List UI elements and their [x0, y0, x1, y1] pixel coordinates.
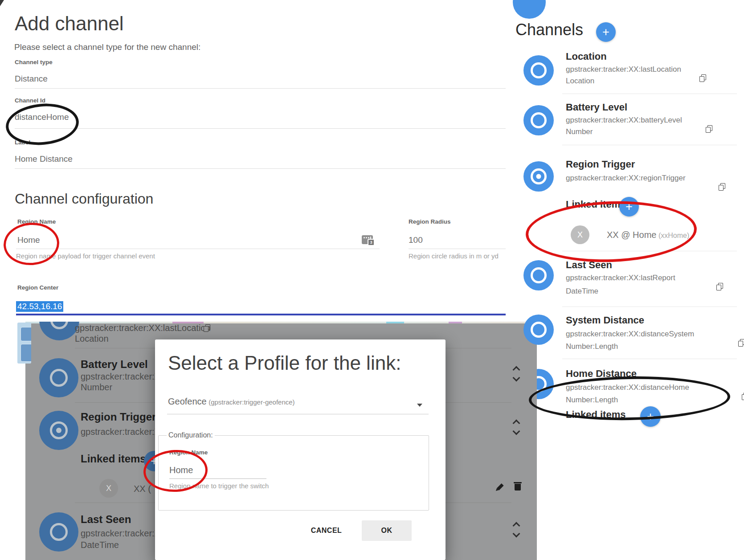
channel-name: System Distance	[566, 315, 644, 326]
label-input[interactable]: Home Distance	[15, 154, 73, 164]
region-center-input[interactable]: 42.53,16.16	[16, 301, 63, 312]
annotation-black-ellipse-distance-home	[528, 375, 731, 422]
add-channel-button[interactable]: +	[596, 22, 616, 42]
channel-kind-icon	[523, 161, 554, 192]
add-linked-item-button[interactable]: +	[619, 197, 639, 217]
channel-uid: gpstracker:tracker:XX:lastLocation	[566, 65, 681, 74]
channel-kind-icon	[523, 260, 554, 290]
channel-kind-icon-dim	[39, 358, 78, 397]
dialog-title: Select a Profile for the link:	[168, 352, 435, 374]
linked-items-label: Linked items	[566, 409, 625, 421]
channel-uid: gpstracker:tracker:XX:batteryLevel	[566, 116, 682, 125]
channel-name: Location	[566, 51, 607, 62]
channel-type: Location	[566, 77, 594, 86]
channel-type: DateTime	[566, 287, 598, 296]
channel-type: Number:Length	[566, 396, 618, 405]
linked-item-avatar: X	[571, 225, 589, 244]
channel-uid-dim: gpstracker:tracker:XX:batteryLevel	[81, 372, 155, 382]
chevron-down-icon[interactable]	[417, 404, 422, 407]
channel-name: Battery Level	[566, 102, 627, 113]
channel-name: Last Seen	[566, 259, 612, 271]
profile-select-underline	[167, 414, 429, 414]
region-name-underline	[16, 249, 380, 249]
channel-id-label: Channel Id	[15, 97, 45, 104]
region-radius-input[interactable]: 100	[409, 235, 423, 245]
region-radius-hint: Region circle radius in m or yd	[409, 252, 499, 260]
modal-region-name-label: Region Name	[169, 449, 208, 456]
label-underline	[15, 168, 506, 169]
region-radius-underline	[409, 249, 506, 249]
cancel-button[interactable]: CANCEL	[301, 522, 352, 540]
channel-uid: gpstracker:tracker:XX:distanceSystem	[566, 330, 694, 339]
channel-type-underline	[15, 88, 506, 89]
channel-kind-icon-dim	[39, 411, 78, 450]
divider	[562, 251, 737, 251]
screenshot-root: Add channel Please select a channel type…	[0, 0, 744, 560]
map-control-fragment	[17, 323, 31, 364]
intro-text: Please select a channel type for the new…	[14, 42, 200, 52]
channel-type-label: Channel type	[15, 59, 53, 65]
region-center-label: Region Center	[17, 284, 58, 291]
corner-artifact	[0, 0, 4, 6]
channel-type: Number:Length	[566, 342, 618, 351]
linked-items-label: Linked items	[566, 199, 625, 210]
profile-select[interactable]: Geofence (gpstracker:trigger-geofence)	[168, 396, 295, 407]
channel-uid-dim: gpstracker:tracker:XX:lastReport	[81, 528, 155, 539]
channel-type-dim: DateTime	[81, 540, 119, 550]
copy-icon[interactable]	[706, 125, 712, 132]
region-radius-label: Region Radius	[409, 218, 451, 225]
linked-item-row[interactable]: XX @ Home (xxHome)	[607, 230, 689, 240]
divider	[562, 307, 737, 307]
ok-button[interactable]: OK	[362, 520, 412, 541]
section-title: Channel configuration	[15, 191, 153, 207]
copy-icon[interactable]	[699, 74, 706, 82]
channel-kind-icon	[523, 105, 554, 135]
channel-uid: gpstracker:tracker:XX:regionTrigger	[566, 174, 686, 183]
region-center-focus-underline	[16, 314, 506, 315]
linked-item-text-dim: XX (	[134, 484, 151, 494]
region-name-input[interactable]: Home	[17, 235, 40, 245]
channel-name: Home Distance	[566, 368, 637, 380]
copy-icon[interactable]	[719, 183, 725, 190]
configuration-fieldset: Configuration: Region Name Home Region n…	[158, 431, 429, 511]
keyboard-input-icon[interactable]: 3	[362, 235, 373, 244]
channel-uid-dim: gpstracker:tracker:XX:lastLocation	[75, 323, 211, 333]
channel-kind-icon-dim	[39, 512, 78, 552]
channel-id-underline	[15, 128, 506, 129]
divider	[562, 359, 737, 359]
modal-region-name-underline	[169, 478, 266, 479]
channel-type-value[interactable]: Distance	[15, 74, 48, 84]
copy-icon[interactable]	[716, 283, 723, 290]
region-name-hint: Region name payload for trigger channel …	[16, 252, 155, 260]
modal-region-name-hint: Region name to trigger the switch	[169, 482, 269, 490]
configuration-legend: Configuration:	[167, 431, 215, 439]
channel-name-dim: Last Seen	[81, 513, 131, 526]
partial-avatar-circle	[513, 0, 546, 19]
linked-item-avatar-dim: X	[99, 479, 118, 498]
channel-name-dim: Region Trigger	[81, 411, 155, 423]
modal-region-name-input[interactable]: Home	[169, 465, 193, 475]
channel-id-input[interactable]: distanceHome	[15, 112, 69, 122]
channel-uid-dim: gpstracker:tracker:XX:regionTrigger	[81, 427, 155, 437]
channel-name-dim: Battery Level	[81, 358, 148, 371]
channel-type: Number	[566, 127, 593, 136]
region-name-label: Region Name	[17, 218, 56, 225]
copy-icon[interactable]	[738, 339, 744, 346]
label-label: Label	[15, 139, 30, 146]
channel-kind-icon	[523, 55, 554, 86]
channel-name: Region Trigger	[566, 159, 635, 170]
linked-items-label-dim: Linked items	[81, 453, 146, 465]
profile-selected-id: (gpstracker:trigger-geofence)	[208, 398, 294, 406]
channel-kind-icon	[523, 315, 554, 345]
keyboard-badge: 3	[368, 239, 375, 246]
page-title: Add channel	[15, 12, 124, 35]
add-linked-item-button[interactable]: +	[640, 406, 661, 427]
channel-uid: gpstracker:tracker:XX:distanceHome	[566, 383, 689, 392]
copy-icon[interactable]	[742, 392, 744, 400]
profile-selected-value: Geofence	[168, 396, 207, 406]
linked-item-suffix: (xxHome)	[658, 232, 689, 239]
divider	[562, 94, 737, 94]
channel-uid: gpstracker:tracker:XX:lastReport	[566, 274, 675, 282]
channel-type-dim: Location	[75, 334, 109, 344]
delete-icon	[513, 482, 523, 492]
